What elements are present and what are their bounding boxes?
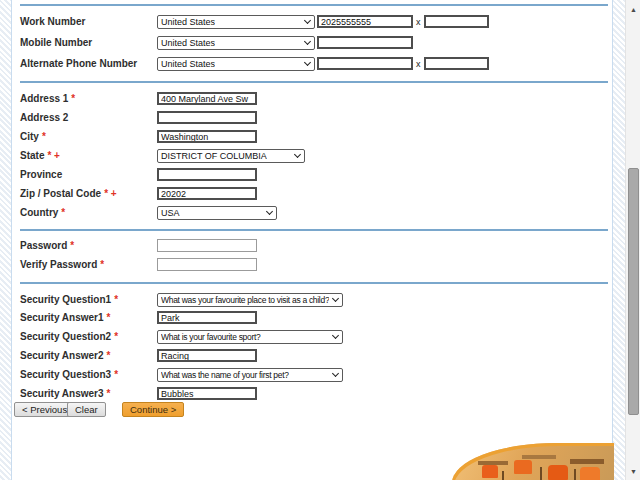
verify-password-input[interactable] — [157, 258, 257, 271]
security-question2-label: Security Question2* — [20, 331, 155, 342]
scrollbar-down-icon[interactable]: ▼ — [626, 464, 640, 478]
photo-detail — [580, 467, 600, 480]
zip-label: Zip / Postal Code* + — [20, 188, 155, 199]
ext-separator: x — [416, 17, 421, 27]
photo-detail — [482, 465, 498, 478]
chevron-down-icon — [304, 16, 311, 23]
alternate-phone-label: Alternate Phone Number — [20, 58, 155, 69]
scrollbar[interactable]: ▲ ▼ — [625, 0, 640, 480]
zip-row: Zip / Postal Code* + — [12, 186, 612, 201]
scrollbar-up-icon[interactable]: ▲ — [626, 2, 640, 16]
mobile-number-label: Mobile Number — [20, 37, 155, 48]
section-divider — [20, 81, 608, 83]
alternate-ext-input[interactable] — [424, 57, 489, 70]
chevron-down-icon — [332, 369, 339, 376]
verify-password-label: Verify Password* — [20, 259, 155, 270]
section-divider — [20, 282, 608, 284]
security-question3-select[interactable]: What was the name of your first pet? — [157, 368, 343, 382]
section-divider — [20, 229, 608, 231]
security-question2-select[interactable]: What is your favourite sport? — [157, 330, 343, 344]
security-question3-row: Security Question3* What was the name of… — [12, 367, 612, 382]
province-input[interactable] — [157, 168, 257, 181]
page-background-left — [0, 0, 12, 480]
registration-page: Work Number United States x Mobile Numbe… — [0, 0, 640, 480]
state-label: State* + — [20, 150, 155, 161]
city-input[interactable] — [157, 130, 257, 143]
password-row: Password* — [12, 238, 612, 253]
chevron-down-icon — [332, 331, 339, 338]
security-question3-label: Security Question3* — [20, 369, 155, 380]
zip-input[interactable] — [157, 187, 257, 200]
scrollbar-thumb[interactable] — [628, 168, 639, 415]
city-label: City* — [20, 131, 155, 142]
address1-row: Address 1* — [12, 91, 612, 106]
photo-detail — [502, 471, 504, 480]
security-answer1-input[interactable] — [157, 311, 257, 324]
address2-label: Address 2 — [20, 112, 155, 123]
password-label: Password* — [20, 240, 155, 251]
security-question1-select[interactable]: What was your favourite place to visit a… — [157, 293, 343, 307]
country-label: Country* — [20, 207, 155, 218]
province-row: Province — [12, 167, 612, 182]
clear-button[interactable]: Clear — [67, 402, 106, 417]
previous-button[interactable]: < Previous — [14, 402, 75, 417]
section-divider — [20, 4, 608, 6]
password-input[interactable] — [157, 239, 257, 252]
country-row: Country* USA — [12, 205, 612, 220]
security-question2-row: Security Question2* What is your favouri… — [12, 329, 612, 344]
security-answer1-row: Security Answer1* — [12, 310, 612, 325]
work-ext-input[interactable] — [424, 15, 489, 28]
address1-input[interactable] — [157, 92, 257, 105]
work-number-input[interactable] — [317, 15, 413, 28]
security-answer2-input[interactable] — [157, 349, 257, 362]
address2-input[interactable] — [157, 111, 257, 124]
chevron-down-icon — [304, 58, 311, 65]
chevron-down-icon — [266, 207, 273, 214]
work-number-row: Work Number United States x — [12, 14, 612, 29]
chevron-down-icon — [294, 150, 301, 157]
photo-detail — [540, 467, 542, 480]
security-answer2-label: Security Answer2* — [20, 350, 155, 361]
continue-button[interactable]: Continue > — [122, 402, 184, 417]
photo-detail — [570, 459, 604, 464]
mobile-country-select[interactable]: United States — [157, 36, 315, 50]
photo-detail — [574, 469, 576, 480]
alternate-country-select[interactable]: United States — [157, 57, 315, 71]
alternate-phone-row: Alternate Phone Number United States x — [12, 56, 612, 71]
state-row: State* + DISTRICT OF COLUMBIA — [12, 148, 612, 163]
photo-detail — [548, 465, 568, 480]
security-answer3-label: Security Answer3* — [20, 388, 155, 399]
classroom-photo — [452, 443, 614, 480]
security-question1-row: Security Question1* What was your favour… — [12, 292, 612, 307]
state-select[interactable]: DISTRICT OF COLUMBIA — [157, 149, 305, 163]
security-question1-label: Security Question1* — [20, 294, 155, 305]
alternate-number-input[interactable] — [317, 57, 413, 70]
registration-form: Work Number United States x Mobile Numbe… — [12, 0, 612, 480]
work-country-select[interactable]: United States — [157, 15, 315, 29]
city-row: City* — [12, 129, 612, 144]
security-answer3-row: Security Answer3* — [12, 386, 612, 401]
country-select[interactable]: USA — [157, 206, 277, 220]
address2-row: Address 2 — [12, 110, 612, 125]
mobile-number-row: Mobile Number United States — [12, 35, 612, 50]
security-answer2-row: Security Answer2* — [12, 348, 612, 363]
mobile-number-input[interactable] — [317, 36, 413, 49]
chevron-down-icon — [332, 294, 339, 301]
security-answer1-label: Security Answer1* — [20, 312, 155, 323]
work-number-label: Work Number — [20, 16, 155, 27]
photo-detail — [514, 460, 532, 474]
address1-label: Address 1* — [20, 93, 155, 104]
province-label: Province — [20, 169, 155, 180]
verify-password-row: Verify Password* — [12, 257, 612, 272]
photo-detail — [522, 455, 556, 459]
security-answer3-input[interactable] — [157, 387, 257, 400]
chevron-down-icon — [304, 37, 311, 44]
ext-separator: x — [416, 59, 421, 69]
page-background-right — [612, 0, 625, 480]
